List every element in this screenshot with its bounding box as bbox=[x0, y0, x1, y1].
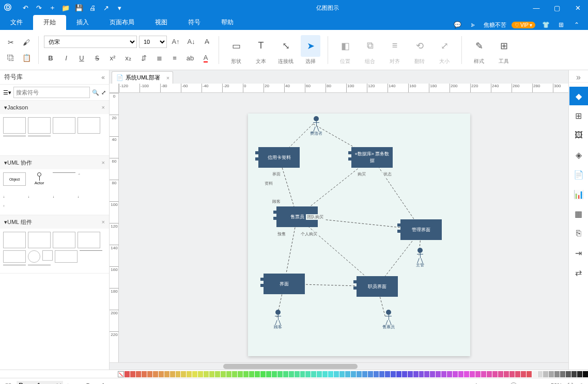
actor-node[interactable]: 主管 bbox=[416, 248, 424, 268]
more-icon[interactable]: ▾ bbox=[114, 2, 125, 13]
shape-tool-button[interactable]: ▭ bbox=[226, 35, 246, 57]
tab-file[interactable]: 文件 bbox=[0, 15, 33, 30]
color-swatch[interactable] bbox=[464, 371, 469, 377]
color-swatch[interactable] bbox=[311, 371, 316, 377]
color-swatch[interactable] bbox=[260, 371, 266, 377]
paste-button[interactable]: 📋 bbox=[20, 51, 33, 65]
shape-item[interactable]: ↓ bbox=[3, 195, 26, 202]
color-swatch[interactable] bbox=[351, 371, 356, 377]
section-uml-component[interactable]: ▾ UML 组件× bbox=[0, 215, 109, 229]
page-select[interactable]: Page-1 bbox=[17, 381, 63, 384]
color-swatch[interactable] bbox=[339, 371, 345, 377]
shape-item[interactable] bbox=[53, 232, 75, 248]
color-swatch[interactable] bbox=[176, 371, 181, 377]
shape-item[interactable] bbox=[3, 250, 26, 263]
fit-page-icon[interactable]: ⛶ bbox=[567, 382, 573, 385]
fullscreen-icon[interactable]: ⤢ bbox=[578, 382, 583, 384]
rtab-image[interactable]: 🖼 bbox=[569, 126, 588, 145]
superscript-button[interactable]: x² bbox=[106, 52, 119, 65]
color-swatch[interactable] bbox=[238, 371, 243, 377]
zoom-out-button[interactable]: − bbox=[485, 382, 488, 385]
rtab-shuffle[interactable]: ⇄ bbox=[569, 263, 588, 282]
vip-badge[interactable]: ♡ VIP ▾ bbox=[512, 22, 535, 28]
shape-item[interactable] bbox=[53, 117, 75, 134]
rtab-document[interactable]: 📄 bbox=[569, 165, 588, 184]
tab-page-layout[interactable]: 页面布局 bbox=[99, 15, 145, 30]
shape-item[interactable] bbox=[3, 117, 26, 134]
add-page-button[interactable]: ＋ bbox=[112, 380, 124, 384]
print-icon[interactable]: 🖨 bbox=[87, 2, 98, 13]
strike-button[interactable]: S̶ bbox=[90, 52, 104, 65]
color-swatch[interactable] bbox=[549, 371, 554, 377]
group-button[interactable]: ⧉ bbox=[360, 35, 380, 57]
color-swatch[interactable] bbox=[509, 371, 515, 377]
color-swatch[interactable] bbox=[289, 371, 294, 377]
collapse-right-icon[interactable]: » bbox=[569, 72, 588, 83]
close-section-icon[interactable]: × bbox=[102, 219, 105, 225]
document-tab[interactable]: 📄 系统UML部署 × bbox=[112, 71, 173, 84]
export-icon[interactable]: ↗ bbox=[100, 2, 112, 13]
close-tab-icon[interactable]: × bbox=[166, 75, 169, 81]
increase-font-button[interactable]: A↑ bbox=[169, 35, 182, 49]
tab-view[interactable]: 视图 bbox=[145, 15, 178, 30]
font-color-button[interactable]: A bbox=[199, 52, 212, 65]
open-icon[interactable]: 📁 bbox=[60, 2, 71, 13]
close-button[interactable]: ✕ bbox=[567, 0, 588, 15]
color-swatch[interactable] bbox=[475, 371, 481, 377]
align-button[interactable]: ≡ bbox=[168, 52, 181, 65]
size-button[interactable]: ⤢ bbox=[435, 35, 454, 57]
color-swatch[interactable] bbox=[357, 371, 362, 377]
shape-item[interactable] bbox=[42, 250, 53, 261]
apps-icon[interactable]: ⊞ bbox=[556, 20, 566, 30]
rtab-layers[interactable]: ◈ bbox=[569, 146, 588, 164]
color-swatch[interactable] bbox=[402, 371, 407, 377]
component-node[interactable]: 管理界面 bbox=[400, 219, 442, 240]
color-swatch[interactable] bbox=[243, 371, 249, 377]
section-uml-collab[interactable]: ▾ UML 协作× bbox=[0, 156, 109, 169]
color-swatch[interactable] bbox=[192, 371, 197, 377]
page-tab[interactable]: Page-1 bbox=[83, 381, 108, 385]
color-swatch[interactable] bbox=[554, 371, 560, 377]
color-swatch[interactable] bbox=[441, 371, 446, 377]
align-objects-button[interactable]: ≡ bbox=[385, 35, 405, 57]
zoom-in-button[interactable]: ＋ bbox=[540, 381, 546, 384]
redo-icon[interactable]: ↷ bbox=[33, 2, 44, 13]
color-swatch[interactable] bbox=[187, 371, 192, 377]
decrease-font-button[interactable]: A↓ bbox=[184, 35, 198, 49]
color-swatch[interactable] bbox=[470, 371, 475, 377]
diagram-page[interactable]: 信用卡资料«数据库» 票务数据售票员管理界面界面职员界面费浩者主管顾客售票员界面… bbox=[248, 114, 470, 356]
color-swatch[interactable] bbox=[379, 371, 384, 377]
user-name[interactable]: 焦糖不苦 bbox=[484, 21, 506, 29]
shape-item[interactable] bbox=[28, 232, 51, 248]
shape-item[interactable] bbox=[78, 117, 100, 134]
bullet-list-button[interactable]: ≣ bbox=[152, 52, 166, 65]
color-swatch[interactable] bbox=[142, 371, 147, 377]
layout-icon[interactable]: ▯▯ bbox=[5, 382, 11, 384]
color-swatch[interactable] bbox=[368, 371, 373, 377]
share-icon[interactable]: ⪢ bbox=[468, 20, 478, 30]
color-swatch[interactable] bbox=[198, 371, 203, 377]
color-swatch[interactable] bbox=[413, 371, 419, 377]
shape-item[interactable] bbox=[3, 232, 26, 248]
maximize-button[interactable]: ▢ bbox=[547, 0, 567, 15]
cut-button[interactable]: ✂ bbox=[4, 36, 18, 49]
color-swatch[interactable] bbox=[430, 371, 435, 377]
color-swatch[interactable] bbox=[147, 371, 152, 377]
color-swatch[interactable] bbox=[159, 371, 164, 377]
color-swatch[interactable] bbox=[521, 371, 526, 377]
color-swatch[interactable] bbox=[419, 371, 424, 377]
clear-format-button[interactable]: A̶ bbox=[200, 35, 213, 49]
color-swatch[interactable] bbox=[272, 371, 277, 377]
horizontal-scrollbar[interactable] bbox=[110, 362, 568, 370]
color-swatch[interactable] bbox=[436, 371, 441, 377]
shape-item[interactable] bbox=[3, 265, 26, 270]
color-swatch[interactable] bbox=[283, 371, 288, 377]
color-swatch[interactable] bbox=[515, 371, 520, 377]
expand-icon[interactable]: ⤢ bbox=[101, 89, 106, 96]
tools-button[interactable]: ⊞ bbox=[494, 35, 514, 57]
color-swatch[interactable] bbox=[345, 371, 350, 377]
color-swatch[interactable] bbox=[583, 371, 588, 377]
new-icon[interactable]: ＋ bbox=[47, 2, 58, 13]
zoom-level[interactable]: 53% bbox=[551, 382, 562, 385]
undo-icon[interactable]: ↶ bbox=[20, 2, 31, 13]
